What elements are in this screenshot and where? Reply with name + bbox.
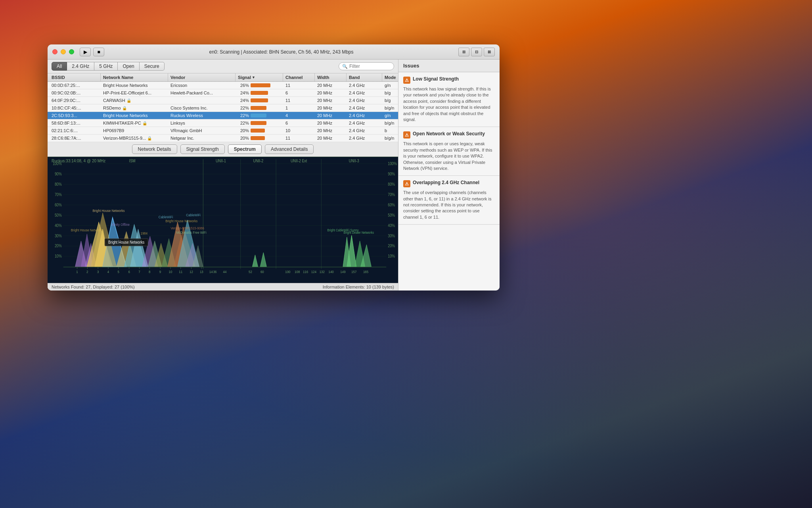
cell-band: 2.4 GHz	[347, 119, 382, 127]
cell-width: 20 MHz	[315, 127, 347, 134]
tab-advanced-details[interactable]: Advanced Details	[265, 144, 314, 154]
status-bar: Networks Found: 27, Displayed: 27 (100%)…	[48, 283, 398, 291]
svg-text:Bright House Networks: Bright House Networks	[108, 240, 144, 244]
svg-text:11: 11	[179, 270, 182, 274]
svg-text:1: 1	[76, 270, 78, 274]
table-row[interactable]: 00:0D:67:25:... Bright House Networks Er…	[48, 82, 398, 89]
tab-spectrum[interactable]: Spectrum	[228, 144, 262, 154]
svg-text:70%: 70%	[55, 192, 62, 197]
svg-text:30%: 30%	[55, 233, 62, 238]
cell-band: 2.4 GHz	[347, 127, 382, 134]
svg-text:10: 10	[169, 270, 172, 274]
stop-button[interactable]: ■	[93, 48, 104, 56]
svg-text:100%: 100%	[53, 161, 62, 166]
cell-name: CARWASH 🔒	[101, 97, 168, 104]
svg-text:40%: 40%	[55, 223, 62, 228]
table-row[interactable]: 64:0F:29:0C:... CARWASH 🔒 24% 11 20 MHz …	[48, 97, 398, 104]
cell-name: Bright House Networks	[101, 82, 168, 89]
cell-vendor	[168, 97, 236, 104]
search-icon: 🔍	[342, 64, 348, 69]
svg-text:60%: 60%	[388, 202, 395, 207]
cell-bssid: 58:6D:8F:13:...	[49, 119, 101, 127]
search-input[interactable]	[349, 64, 391, 69]
svg-text:60: 60	[260, 270, 264, 274]
table-row[interactable]: 58:6D:8F:13:... KIMWHITAKER-PC 🔒 Linksys…	[48, 119, 398, 127]
svg-text:70%: 70%	[388, 192, 395, 197]
svg-text:124: 124	[311, 270, 316, 274]
cell-band: 2.4 GHz	[347, 112, 382, 119]
col-bssid: BSSID	[49, 73, 101, 81]
cell-signal: 22%	[236, 119, 283, 127]
svg-text:Xfinity Offline: Xfinity Offline	[111, 223, 130, 227]
filter-toolbar: All 2.4 GHz 5 GHz Open Secure 🔍	[48, 60, 398, 73]
table-row[interactable]: 02:21:1C:6:... HP0697B9 VRmagic GmbH 20%…	[48, 127, 398, 135]
cell-width: 20 MHz	[315, 104, 347, 112]
view-btn-3[interactable]: ⊠	[484, 48, 495, 56]
cell-mode: b	[382, 127, 398, 134]
svg-marker-70	[252, 255, 258, 266]
table-row-selected[interactable]: 2C:5D:93:3... Bright House Networks Ruck…	[48, 112, 398, 119]
view-btn-1[interactable]: ⊞	[458, 48, 469, 56]
svg-text:7: 7	[138, 270, 140, 274]
tab-2ghz[interactable]: 2.4 GHz	[67, 62, 94, 71]
tab-bar: Network Details Signal Strength Spectrum…	[48, 142, 398, 157]
svg-text:UNII-2: UNII-2	[253, 158, 263, 163]
svg-text:14: 14	[209, 270, 213, 274]
warning-icon-2: ⚠	[403, 131, 410, 139]
issue-desc-3: The use of overlapping channels (channel…	[403, 190, 495, 220]
table-row[interactable]: 10:8C:CF:45:... RSDemo 🔒 Cisco Systems I…	[48, 104, 398, 112]
svg-text:52: 52	[249, 270, 252, 274]
svg-text:100%: 100%	[388, 161, 397, 166]
cell-signal: 26%	[236, 82, 283, 89]
cell-vendor: VRmagic GmbH	[168, 127, 236, 134]
table-header: BSSID Network Name Vendor Signal ▼ Chann…	[48, 73, 398, 82]
col-mode: Mode	[382, 73, 398, 81]
cell-bssid: 28:C6:8E:7A:...	[49, 135, 101, 142]
svg-text:50%: 50%	[55, 213, 62, 217]
cell-bssid: 00:9C:02:0B:...	[49, 89, 101, 96]
minimize-button[interactable]	[61, 49, 66, 54]
right-panel: Issues ⚠ Low Signal Strength This networ…	[398, 60, 500, 291]
titlebar-controls: ▶ ■	[80, 48, 104, 56]
svg-text:UNII-2 Ext: UNII-2 Ext	[291, 158, 307, 163]
maximize-button[interactable]	[69, 49, 74, 54]
cell-bssid: 00:0D:67:25:...	[49, 82, 101, 89]
svg-text:36: 36	[213, 270, 217, 274]
svg-text:132: 132	[320, 270, 325, 274]
svg-text:157: 157	[351, 270, 356, 274]
tab-signal-strength[interactable]: Signal Strength	[180, 144, 225, 154]
svg-text:50%: 50%	[388, 213, 395, 217]
svg-text:10%: 10%	[55, 254, 62, 259]
filter-tabs: All 2.4 GHz 5 GHz Open Secure	[52, 62, 165, 71]
tab-all[interactable]: All	[52, 62, 67, 71]
tab-network-details[interactable]: Network Details	[132, 144, 177, 154]
svg-text:4: 4	[107, 270, 109, 274]
view-btn-2[interactable]: ⊟	[471, 48, 482, 56]
svg-text:CableWiFi: CableWiFi	[186, 213, 201, 217]
tab-secure[interactable]: Secure	[140, 62, 165, 71]
svg-text:20%: 20%	[55, 244, 62, 248]
search-box[interactable]: 🔍	[339, 62, 394, 70]
cell-channel: 6	[283, 89, 315, 96]
svg-text:108: 108	[295, 270, 300, 274]
play-button[interactable]: ▶	[80, 48, 91, 56]
svg-text:165: 165	[363, 270, 368, 274]
cell-name: RSDemo 🔒	[101, 104, 168, 112]
cell-vendor: Linksys	[168, 119, 236, 127]
svg-text:30%: 30%	[388, 233, 395, 238]
cell-width: 20 MHz	[315, 119, 347, 127]
table-row[interactable]: 00:9C:02:0B:... HP-Print-EE-Officejet 6.…	[48, 89, 398, 97]
tab-open[interactable]: Open	[118, 62, 139, 71]
svg-text:80%: 80%	[388, 182, 395, 187]
cell-bssid: 64:0F:29:0C:...	[49, 97, 101, 104]
issue-item-3: ⚠ Overlapping 2.4 GHz Channel The use of…	[398, 176, 500, 225]
cell-bssid: 02:21:1C:6:...	[49, 127, 101, 134]
cell-vendor: Ruckus Wireless	[168, 112, 236, 119]
status-left: Networks Found: 27, Displayed: 27 (100%)	[52, 285, 135, 289]
table-row[interactable]: 28:C6:8E:7A:... Verizon-MBR1515-9... 🔒 N…	[48, 135, 398, 142]
close-button[interactable]	[52, 49, 57, 54]
svg-text:Bright House Networks: Bright House Networks	[92, 208, 125, 213]
tab-5ghz[interactable]: 5 GHz	[94, 62, 118, 71]
cell-width: 20 MHz	[315, 82, 347, 89]
svg-text:60%: 60%	[55, 202, 62, 207]
